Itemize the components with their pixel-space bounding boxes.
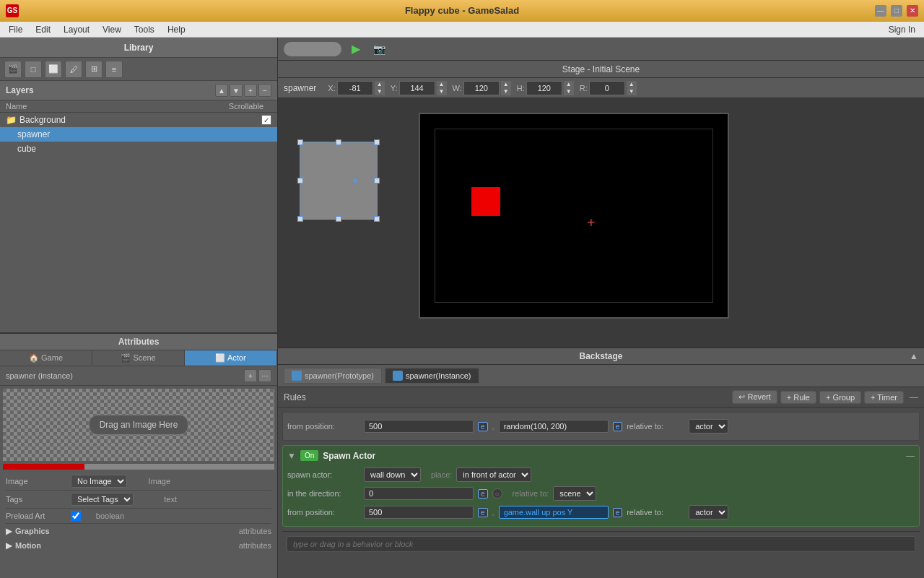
spawn-toggle-btn[interactable]: On [300, 450, 318, 461]
expr-icon-dir[interactable]: e [478, 489, 488, 499]
handle-br[interactable] [374, 216, 380, 222]
attr-row-tags: Tags Select Tags text [6, 491, 271, 509]
layer-item-cube[interactable]: cube [0, 142, 277, 156]
layer-item-spawner[interactable]: spawner [0, 127, 277, 142]
revert-button[interactable]: ↩ Revert [732, 390, 777, 404]
attr-row-preload: Preload Art boolean [6, 509, 271, 524]
library-icon-grid[interactable]: ⊞ [85, 61, 103, 78]
attr-checkbox-preload[interactable] [71, 511, 81, 521]
handle-bl[interactable] [297, 216, 303, 222]
coord-y-stepper[interactable]: ▲▼ [437, 81, 447, 95]
attr-type-tags: text [134, 495, 177, 504]
bs-tab-instance[interactable]: spawner(Instance) [385, 368, 479, 384]
direction-relative-select[interactable]: scene [553, 486, 596, 501]
tab-actor[interactable]: ⬜ Actor [185, 350, 277, 366]
instance-name-bar: spawner (instance) + ⋯ [0, 366, 277, 386]
minimize-button[interactable]: — [875, 5, 886, 17]
layer-add[interactable]: + [244, 84, 257, 97]
expr-icon-fp2[interactable]: e [478, 508, 488, 517]
menu-edit[interactable]: Edit [30, 23, 56, 36]
coord-y-input[interactable] [399, 81, 435, 95]
layer-item-background[interactable]: 📁 Background ✓ [0, 113, 277, 127]
coord-r-stepper[interactable]: ▲▼ [627, 81, 637, 95]
image-preview[interactable]: Drag an Image Here [3, 389, 274, 461]
relative-to-select-2[interactable]: actor [689, 505, 728, 519]
add-group-button[interactable]: + Group [819, 391, 861, 404]
close-button[interactable]: ✕ [907, 5, 918, 17]
rules-collapse-btn[interactable]: — [910, 392, 918, 402]
spawn-collapse-arrow[interactable]: ▼ [287, 451, 296, 461]
backstage-header: Backstage ▲ [278, 348, 924, 365]
spawn-collapse-btn[interactable]: — [906, 451, 915, 461]
add-timer-button[interactable]: + Timer [864, 391, 904, 404]
window-title: Flappy cube - GameSalad [405, 5, 519, 16]
expr-icon-1[interactable]: e [478, 422, 488, 431]
handle-tr[interactable] [374, 139, 380, 145]
coord-w-input[interactable] [463, 81, 500, 95]
relative-to-select[interactable]: actor [689, 419, 728, 434]
col-name: Name [6, 102, 221, 111]
layers-section: Layers ▲ ▼ + − Name Scrollable 📁 Backgro… [0, 81, 277, 332]
handle-ml[interactable] [297, 178, 303, 184]
layer-move-up[interactable]: ▲ [215, 84, 228, 97]
attr-value-image[interactable]: No Image [71, 475, 127, 488]
coord-w-stepper[interactable]: ▲▼ [501, 81, 511, 95]
coord-x-input[interactable] [337, 81, 373, 95]
place-select[interactable]: in front of actor [456, 467, 531, 482]
expr-icon-fp3[interactable]: e [613, 508, 623, 517]
menu-tools[interactable]: Tools [128, 23, 160, 36]
layer-move-down[interactable]: ▼ [230, 84, 243, 97]
expr-icon-2[interactable]: e [613, 422, 623, 431]
rules-content: from position: e , e relative to: actor [278, 407, 924, 578]
library-icon-table[interactable]: ≡ [105, 61, 123, 78]
menubar: File Edit Layout View Tools Help Sign In [0, 22, 924, 38]
section-arrow-motion: ▶ [6, 540, 12, 551]
coord-r-input[interactable] [589, 81, 625, 95]
library-icon-film[interactable]: 🎬 [4, 61, 22, 78]
handle-bc[interactable] [336, 216, 341, 222]
from-pos-value2[interactable] [499, 420, 609, 433]
instance-add-btn[interactable]: + [244, 369, 257, 382]
sign-in-link[interactable]: Sign In [883, 23, 921, 36]
rotation-handle[interactable] [353, 178, 357, 183]
bs-tab-prototype[interactable]: spawner(Prototype) [284, 368, 382, 384]
menu-help[interactable]: Help [162, 23, 191, 36]
camera-button[interactable]: 📷 [370, 40, 388, 58]
play-button[interactable]: ▶ [347, 40, 365, 58]
from-pos2-val2[interactable] [499, 506, 609, 519]
instance-options-btn[interactable]: ⋯ [258, 369, 271, 382]
spawner-actor[interactable] [300, 142, 378, 220]
backstage-collapse[interactable]: ▲ [910, 351, 918, 361]
add-rule-button[interactable]: + Rule [780, 391, 816, 404]
handle-tc[interactable] [336, 139, 341, 145]
menu-view[interactable]: View [97, 23, 127, 36]
coord-h-input[interactable] [526, 81, 562, 95]
maximize-button[interactable]: □ [891, 5, 902, 17]
handle-tl[interactable] [297, 139, 303, 145]
from-pos-value1[interactable] [364, 420, 474, 433]
library-icon-actor[interactable]: □ [25, 61, 42, 78]
spawn-actor-select[interactable]: wall down [364, 467, 421, 482]
attr-tabs: 🏠 Game 🎬 Scene ⬜ Actor [0, 350, 277, 366]
handle-mr[interactable] [374, 178, 380, 184]
coord-h-stepper[interactable]: ▲▼ [564, 81, 574, 95]
layer-scrollable-background[interactable]: ✓ [261, 115, 271, 125]
behavior-input[interactable] [287, 536, 915, 552]
layer-remove[interactable]: − [258, 84, 271, 97]
coord-x-stepper[interactable]: ▲▼ [375, 81, 385, 95]
direction-input[interactable] [364, 487, 474, 500]
tab-scene[interactable]: 🎬 Scene [92, 350, 185, 366]
library-icon-scene[interactable]: ⬜ [45, 61, 62, 78]
attr-label-graphics: Graphics [15, 527, 239, 535]
stage-area[interactable]: + [278, 98, 924, 347]
attr-value-tags[interactable]: Select Tags [71, 493, 134, 506]
left-panel: Library 🎬 □ ⬜ 🖊 ⊞ ≡ Layers ▲ ▼ + − [0, 38, 278, 578]
menu-file[interactable]: File [3, 23, 28, 36]
library-icon-paint[interactable]: 🖊 [65, 61, 82, 78]
attr-section-motion[interactable]: ▶ Motion attributes [6, 538, 271, 553]
tab-game[interactable]: 🏠 Game [0, 350, 92, 366]
right-area: ▶ 📷 Stage - Initial Scene spawner X: ▲▼ … [278, 38, 924, 578]
menu-layout[interactable]: Layout [58, 23, 95, 36]
attr-section-graphics[interactable]: ▶ Graphics attributes [6, 524, 271, 538]
from-pos2-val1[interactable] [364, 506, 474, 519]
